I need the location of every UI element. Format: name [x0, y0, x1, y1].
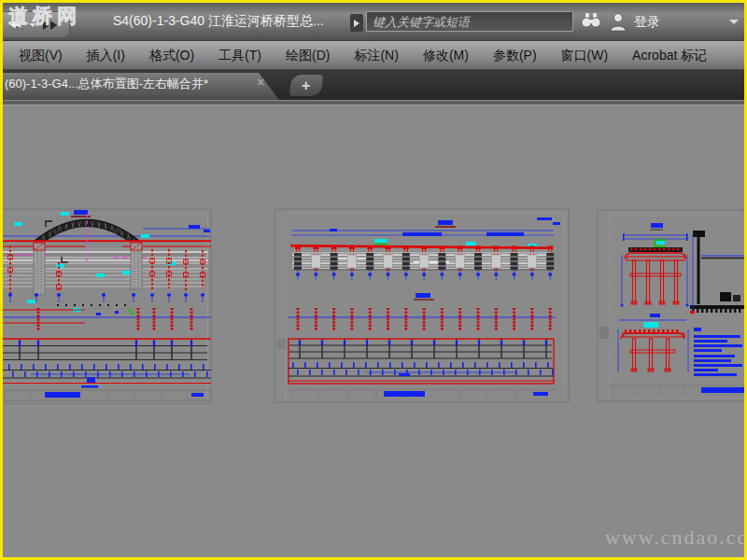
menu-bar: 视图(V) 插入(I) 格式(O) 工具(T) 绘图(D) 标注(N) 修改(M…: [3, 41, 744, 70]
drawing-sheet-pier-sections: [597, 208, 744, 405]
new-tab-button[interactable]: +: [289, 75, 323, 96]
menu-parametric[interactable]: 参数(P): [481, 41, 549, 69]
plus-icon: +: [302, 78, 310, 93]
drawing-sheet-elevation-viaduct: [274, 208, 571, 405]
menu-view[interactable]: 视图(V): [7, 41, 75, 69]
drawing-tab-label[interactable]: (60)-1-3-G4...总体布置图-左右幅合并*: [5, 76, 208, 92]
search-input[interactable]: [367, 12, 572, 31]
window-title: S4(60)-1-3-G40 江淮运河桥桥型总...: [113, 13, 324, 30]
menu-format[interactable]: 格式(O): [137, 41, 206, 69]
menu-window[interactable]: 窗口(W): [549, 41, 621, 69]
model-canvas[interactable]: www.cndao.com: [3, 101, 744, 557]
watermark-top-left: 道桥网: [8, 3, 81, 29]
titlebar-dropdown-icon[interactable]: [729, 20, 739, 24]
title-expand-icon[interactable]: [350, 14, 363, 32]
search-binoculars-icon[interactable]: [580, 11, 602, 30]
menu-acrobat[interactable]: Acrobat 标记: [620, 41, 719, 69]
tab-close-icon[interactable]: ×: [257, 75, 264, 90]
title-bar: S4(60)-1-3-G40 江淮运河桥桥型总... 登录: [3, 3, 744, 41]
drawing-tab-bar: (60)-1-3-G4...总体布置图-左右幅合并* × +: [3, 70, 744, 100]
menu-tools[interactable]: 工具(T): [206, 41, 274, 69]
menu-modify[interactable]: 修改(M): [411, 41, 481, 69]
menu-draw[interactable]: 绘图(D): [274, 41, 342, 69]
drawing-sheet-elevation-arch: [3, 208, 213, 405]
sign-in-button[interactable]: 登录: [634, 14, 660, 31]
watermark-bottom-right: www.cndao.com: [605, 525, 744, 550]
user-icon[interactable]: [609, 11, 627, 32]
menu-insert[interactable]: 插入(I): [75, 41, 137, 69]
help-search-box: [366, 11, 573, 32]
canvas-top-strip: [3, 101, 744, 105]
menu-dimension[interactable]: 标注(N): [342, 41, 410, 69]
autocad-window: S4(60)-1-3-G40 江淮运河桥桥型总... 登录 视图(V) 插入(I…: [0, 0, 747, 560]
